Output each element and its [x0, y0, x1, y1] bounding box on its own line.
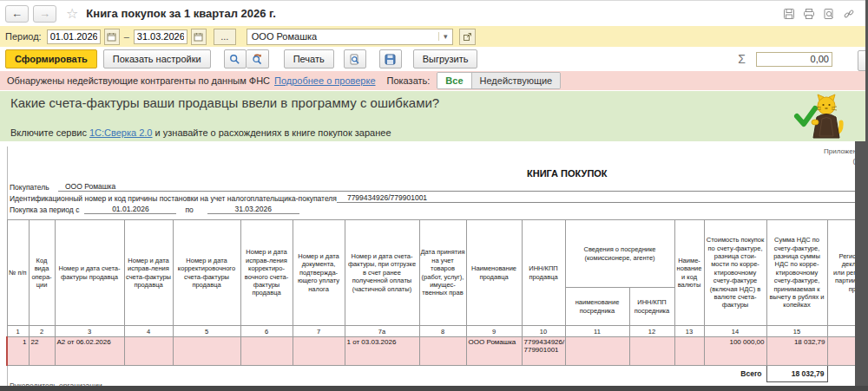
search-icon	[229, 54, 240, 65]
arrow-left-icon: ←	[11, 7, 23, 20]
search-cancel-button[interactable]	[247, 49, 269, 68]
totals-row: Всего 18 032,79	[7, 366, 856, 382]
period-from-input[interactable]	[47, 29, 101, 44]
organization-value: ООО Ромашка	[247, 31, 438, 42]
col-header-purchase-cost: Стоимость покупок по счету-фактуре, разн…	[704, 220, 766, 326]
cell-seller-inn[interactable]: 7799434926/ 779901001	[522, 337, 565, 366]
show-settings-button[interactable]: Показать настройки	[103, 49, 211, 68]
contractor-filter-toggle: Все Недействующие	[437, 72, 561, 89]
period-bar: Период: – ... ООО Ромашка ▾	[0, 26, 865, 47]
assistant-cat-illustration	[792, 93, 844, 141]
arrow-right-icon: →	[39, 7, 50, 20]
col-header-opcode: Код вида опера-ции	[29, 220, 55, 326]
period-label: Период:	[5, 31, 42, 42]
floppy-icon	[385, 54, 396, 65]
col-header-tax-payment-doc: Номер и дата документа, подтвержда-ющего…	[293, 220, 345, 326]
alert-details-link[interactable]: Подробнее о проверке	[274, 75, 375, 86]
col-header-seller-invoice: Номер и дата счета-фактуры продавца	[55, 220, 124, 326]
col-header-advance-invoice: Номер и дата счета-фактуры, при отгрузке…	[345, 220, 419, 326]
calendar-icon	[194, 32, 203, 42]
period-to-input[interactable]	[134, 29, 187, 44]
calendar-from-button[interactable]	[104, 29, 120, 45]
cell-seller-name[interactable]: ООО Ромашка	[466, 337, 522, 366]
purchase-period-label: Покупка за период с	[10, 205, 79, 214]
col-header-invoice-correction: Номер и дата исправ-ления счета-фактуры …	[124, 220, 173, 326]
purchase-period-to-label: по	[185, 205, 193, 214]
open-icon	[463, 32, 472, 42]
totals-label: Всего	[704, 366, 766, 382]
organization-open-button[interactable]	[459, 29, 476, 45]
cell-seller-invoice[interactable]: А2 от 06.02.2026	[55, 337, 124, 366]
back-button[interactable]: ←	[5, 5, 29, 23]
chevron-down-icon[interactable]: ▾	[438, 32, 452, 41]
col-header-acceptance-date: Дата принятия на учет товаров (работ, ус…	[419, 220, 466, 326]
window-edge-bottom	[0, 386, 868, 391]
promo-text-after: и узнавайте о расхождениях в книге покуп…	[153, 127, 391, 138]
purchase-book-table: № п/п Код вида опера-ции Номер и дата сч…	[6, 219, 856, 382]
preview-icon[interactable]	[823, 8, 835, 20]
save-icon[interactable]	[783, 8, 795, 20]
purchase-book-report: Приложение (в р КНИГА ПОКУПОК Покупатель…	[0, 145, 856, 386]
calendar-to-button[interactable]	[191, 29, 207, 45]
filter-defunct-option[interactable]: Недействующие	[471, 73, 561, 88]
buyer-inn-value: 7799434926/779901001	[337, 193, 855, 203]
totals-vat-value[interactable]: 18 032,79	[766, 366, 827, 382]
window-edge-right	[855, 141, 868, 391]
col-header-seller-name: Наименование продавца	[466, 220, 522, 326]
col-header-middleman-group: Сведения о посреднике (комиссионере, аге…	[565, 220, 674, 288]
generate-button[interactable]: Сформировать	[5, 49, 97, 68]
col-header-currency: Наиме-нование и код валюты	[674, 220, 704, 326]
promo-text-before: Включите сервис	[10, 127, 89, 138]
col-header-num: № п/п	[7, 220, 29, 326]
sum-field[interactable]	[756, 52, 832, 67]
buyer-label: Покупатель	[10, 183, 58, 192]
buyer-value: ООО Ромашка	[58, 182, 855, 192]
col-header-adjustment-invoice: Номер и дата корректировочного счета-фак…	[173, 220, 240, 326]
get-link-icon[interactable]	[843, 8, 855, 20]
col-header-seller-inn: ИНН/КПП продавца	[522, 220, 565, 326]
purchase-period-to: 31.03.2026	[207, 205, 299, 214]
col-header-middleman-inn: ИНН/КПП посредника	[629, 288, 674, 326]
page-title: Книга покупок за 1 квартал 2026 г.	[86, 7, 276, 20]
fns-alert-bar: Обнаружены недействующие контрагенты по …	[0, 71, 865, 90]
promo-banner: Какие счета-фактуры ваши продавцы ввели …	[0, 91, 865, 141]
forward-button[interactable]: →	[33, 5, 56, 23]
save-file-button[interactable]	[379, 49, 402, 68]
purchase-period-from: 01.01.2026	[84, 205, 176, 214]
favorite-star-icon[interactable]: ☆	[66, 5, 78, 22]
period-range-dash: –	[124, 31, 129, 42]
calendar-icon	[107, 32, 116, 42]
search-cancel-icon	[252, 54, 263, 65]
print-icon[interactable]	[803, 8, 815, 20]
print-button[interactable]: Печать	[284, 49, 334, 68]
col-header-middleman-name: наименование посредника	[565, 288, 629, 326]
filter-all-option[interactable]: Все	[437, 73, 470, 88]
col-header-adjustment-correction: Номер и дата исправ-ления корректиро-воч…	[240, 220, 293, 326]
cell-purchase-cost[interactable]: 100 000,00	[704, 337, 766, 366]
alert-message: Обнаружены недействующие контрагенты по …	[7, 75, 270, 86]
sum-sigma-icon: Σ	[738, 52, 746, 66]
sverka-service-link[interactable]: 1С:Сверка 2.0	[89, 127, 153, 138]
cell-num[interactable]: 1	[7, 337, 29, 366]
appendix-note: Приложение (в р	[746, 147, 865, 166]
promo-heading: Какие счета-фактуры ваши продавцы ввели …	[10, 94, 439, 112]
buyer-inn-label: Идентификационный номер и код причины по…	[10, 194, 337, 203]
export-button[interactable]: Выгрузить	[413, 49, 478, 68]
search-button[interactable]	[224, 49, 247, 68]
report-toolbar: Сформировать Показать настройки Печать В…	[0, 47, 865, 71]
table-row: 1 22 А2 от 06.02.2026 1 от 03.03.2026 ОО…	[7, 337, 856, 366]
show-filter-label: Показать:	[387, 75, 431, 86]
title-bar: ← → ☆ Книга покупок за 1 квартал 2026 г.	[0, 0, 865, 26]
organization-select[interactable]: ООО Ромашка ▾	[247, 29, 453, 45]
cell-advance-invoice[interactable]: 1 от 03.03.2026	[345, 337, 419, 366]
print-preview-icon	[349, 54, 360, 65]
period-more-button[interactable]: ...	[214, 29, 236, 45]
cell-vat-amount[interactable]: 18 032,79	[766, 337, 827, 366]
col-header-vat-amount: Сумма НДС по счету-фактуре, разница сумм…	[766, 220, 827, 326]
report-title: КНИГА ПОКУПОК	[527, 168, 608, 179]
column-number-row: 123 456 77а8 91011 121314 15	[7, 326, 856, 337]
col-header-registration-number-clipped: Регис декл или рег партии пр	[827, 220, 856, 326]
cell-opcode[interactable]: 22	[29, 337, 55, 366]
print-preview-button[interactable]	[344, 49, 366, 68]
